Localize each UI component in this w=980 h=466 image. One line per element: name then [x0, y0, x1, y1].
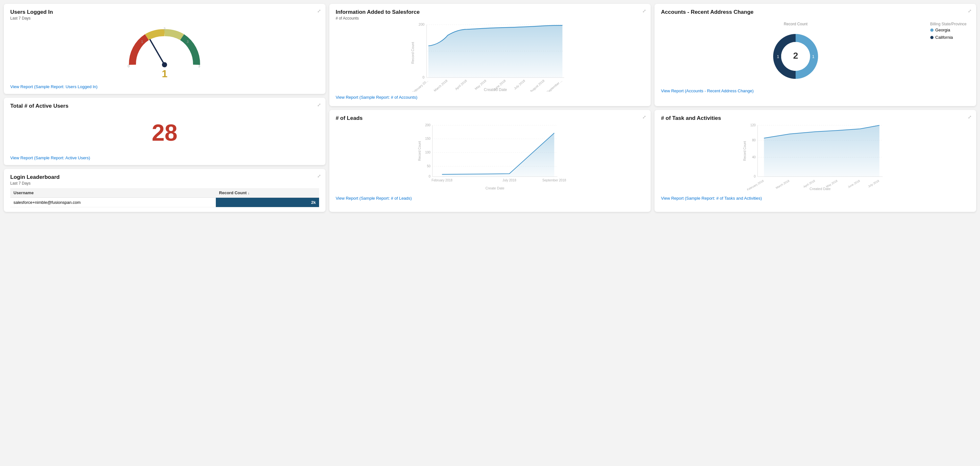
gauge-value: 1	[162, 68, 167, 80]
leads-title: # of Leads	[336, 115, 644, 122]
gauge-label-3b: 3	[198, 64, 200, 68]
tasks-title: # of Task and Activities	[661, 115, 970, 122]
y-label-100-leads: 100	[425, 151, 430, 154]
users-logged-in-title: Users Logged In	[10, 9, 319, 15]
leads-area	[442, 133, 554, 177]
gauge-chart: 0 1 2 3 3	[123, 23, 206, 71]
x-label-apr: April 2018	[454, 79, 468, 91]
tasks-report-link[interactable]: View Report (Sample Report: # of Tasks a…	[661, 196, 762, 201]
info-added-subtitle: # of Accounts	[336, 16, 644, 21]
tasks-card: ⤢ # of Task and Activities 120 80 40 0	[654, 110, 976, 212]
expand-icon-tasks[interactable]: ⤢	[968, 114, 972, 120]
x-label-mar: March 2018	[433, 79, 448, 92]
x-label-jul-leads: July 2018	[503, 179, 516, 182]
info-added-title: Information Added to Salesforce	[336, 9, 644, 15]
donut-center-value: 2	[793, 51, 798, 60]
donut-chart: 2 1 1	[767, 28, 824, 85]
y-label-0-leads: 0	[428, 175, 430, 178]
leads-chart: 200 150 100 50 0 Record Count	[336, 122, 644, 193]
active-users-card: ⤢ Total # of Active Users 28 View Report…	[4, 98, 326, 165]
x-label-feb-leads: February 2018	[431, 179, 452, 182]
leads-card: ⤢ # of Leads 200 150 100 50 0	[329, 110, 651, 212]
y-label-0-tasks: 0	[754, 175, 756, 178]
tasks-svg: 120 80 40 0 Record Count	[661, 122, 970, 193]
users-logged-in-card: ⤢ Users Logged In Last 7 Days	[4, 4, 326, 94]
donut-label-california: 1	[777, 54, 779, 59]
table-row: salesforce+nimble@fusionspan.com 2k	[10, 198, 319, 208]
accounts-address-report-link[interactable]: View Report (Accounts - Recent Address C…	[661, 89, 754, 93]
y-label-40-tasks: 40	[752, 155, 756, 159]
x-axis-title-leads: Create Date	[485, 186, 504, 190]
x-label-feb: February 20...	[411, 79, 429, 92]
leaderboard-subtitle: Last 7 Days	[10, 181, 319, 185]
gauge-container: 0 1 2 3 3 1	[10, 23, 319, 80]
expand-icon-users[interactable]: ⤢	[317, 8, 321, 13]
leaderboard-col-count[interactable]: Record Count ↓	[216, 188, 319, 198]
leaderboard-username: salesforce+nimble@fusionspan.com	[10, 198, 216, 208]
leads-report-link[interactable]: View Report (Sample Report: # of Leads)	[336, 196, 412, 201]
area-fill-info	[428, 25, 562, 78]
y-label-0: 0	[422, 75, 424, 79]
users-logged-in-subtitle: Last 7 Days	[10, 16, 319, 21]
accounts-address-title: Accounts - Recent Address Change	[661, 9, 970, 15]
x-label-feb-tasks: February 2018	[746, 179, 765, 191]
gauge-label-1a: 1	[141, 40, 143, 44]
leaderboard-table: Username Record Count ↓ salesforce+nimbl…	[10, 188, 319, 208]
y-label-120-tasks: 120	[750, 124, 756, 127]
info-added-chart: 200 0 Record Count	[336, 21, 644, 92]
expand-icon-info[interactable]: ⤢	[642, 8, 646, 13]
leaderboard-title: Login Leaderboard	[10, 174, 319, 181]
active-users-value: 28	[10, 110, 319, 152]
right-column: ⤢ Accounts - Recent Address Change Recor…	[654, 4, 976, 212]
info-added-card: ⤢ Information Added to Salesforce # of A…	[329, 4, 651, 106]
users-logged-in-report-link[interactable]: View Report (Sample Report: Users Logged…	[10, 84, 97, 89]
info-added-svg: 200 0 Record Count	[336, 21, 644, 92]
y-axis-title-leads: Record Count	[418, 141, 422, 160]
gauge-label-0: 0	[127, 64, 130, 68]
leaderboard-count: 2k	[216, 198, 319, 208]
y-label-80-tasks: 80	[752, 138, 756, 142]
donut-legend: Georgia California	[930, 28, 967, 40]
accounts-address-card: ⤢ Accounts - Recent Address Change Recor…	[654, 4, 976, 106]
y-label-150-leads: 150	[425, 137, 430, 140]
leads-svg: 200 150 100 50 0 Record Count	[336, 122, 644, 193]
y-label-200-leads: 200	[425, 124, 430, 127]
x-label-sep-leads: September 2018	[542, 179, 566, 182]
active-users-report-link[interactable]: View Report (Sample Report: Active Users…	[10, 155, 90, 160]
gauge-label-2: 2	[164, 27, 165, 31]
expand-icon-active-users[interactable]: ⤢	[317, 102, 321, 107]
legend-dot-california	[930, 36, 934, 39]
x-label-mar-tasks: March 2018	[775, 179, 790, 189]
legend-dot-georgia	[930, 29, 934, 32]
tasks-chart: 120 80 40 0 Record Count	[661, 122, 970, 193]
x-axis-title-info: Created Date	[484, 87, 507, 92]
x-label-jul-tasks: July 2018	[867, 179, 880, 188]
active-users-title: Total # of Active Users	[10, 103, 319, 109]
x-label-aug: August 2018	[529, 79, 545, 92]
expand-icon-leads[interactable]: ⤢	[642, 114, 646, 120]
legend-label-georgia: Georgia	[935, 28, 950, 32]
x-label-sep: September ...	[546, 79, 563, 92]
donut-label-georgia: 1	[812, 54, 814, 59]
y-label-200: 200	[418, 22, 424, 26]
expand-icon-leaderboard[interactable]: ⤢	[317, 173, 321, 179]
x-axis-title-tasks: Created Date	[810, 187, 830, 191]
y-axis-title-info: Record Count	[410, 42, 414, 64]
left-column: ⤢ Users Logged In Last 7 Days	[4, 4, 326, 212]
x-label-jul: July 2018	[513, 79, 526, 90]
legend-item-california: California	[930, 35, 967, 40]
gauge-label-3a: 3	[187, 40, 189, 44]
x-label-jun-tasks: June 2018	[847, 179, 861, 189]
legend-item-georgia: Georgia	[930, 28, 967, 32]
sort-arrow: ↓	[248, 191, 250, 195]
dashboard-grid: ⤢ Users Logged In Last 7 Days	[4, 4, 976, 216]
gauge-needle	[150, 40, 164, 65]
middle-column: ⤢ Information Added to Salesforce # of A…	[329, 4, 651, 212]
record-count-title: Record Count	[784, 22, 808, 26]
gauge-needle-center	[162, 62, 167, 67]
leaderboard-col-username[interactable]: Username	[10, 188, 216, 198]
leaderboard-card: ⤢ Login Leaderboard Last 7 Days Username…	[4, 169, 326, 212]
expand-icon-accounts[interactable]: ⤢	[968, 8, 972, 13]
legend-label-california: California	[935, 35, 953, 40]
info-added-report-link[interactable]: View Report (Sample Report: # of Account…	[336, 95, 417, 100]
